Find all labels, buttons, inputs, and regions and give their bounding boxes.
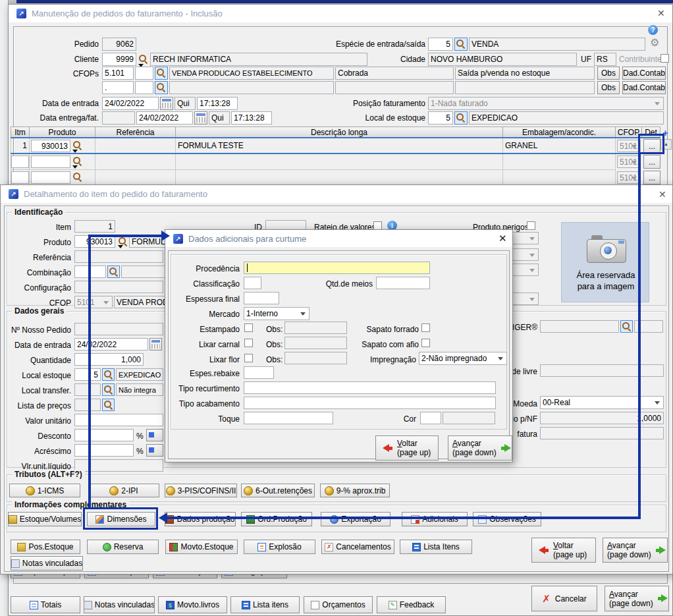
avancar-curtume-button[interactable]: Avançar(page down) <box>448 435 512 461</box>
tipo-recurtimento-label: Tipo recurtimento <box>174 384 240 393</box>
lixar-carnal-label: Lixar carnal <box>196 340 240 349</box>
qtd-meios-label: Qtd.de meios <box>316 279 373 289</box>
impregnacao-label: Impregnação <box>369 355 416 364</box>
estampado-label: Estampado <box>196 325 240 334</box>
cor-field[interactable] <box>420 412 441 424</box>
lixar-carnal-checkbox[interactable] <box>244 339 253 347</box>
lixar-flor-obs-field <box>284 352 347 364</box>
estampado-checkbox[interactable] <box>244 323 253 332</box>
obs3-label: Obs: <box>266 355 283 364</box>
sapato-afio-checkbox[interactable] <box>421 339 430 347</box>
procedencia-field[interactable] <box>244 262 430 274</box>
red-left-arrow-icon <box>380 444 392 453</box>
impregnacao-select[interactable]: 2-Não impregnado <box>419 352 507 365</box>
mercado-label: Mercado <box>196 310 240 319</box>
green-right-arrow-icon <box>501 444 512 453</box>
screen: Manutenção de pedidos do faturamento - I… <box>0 0 673 616</box>
voltar-curtume-button[interactable]: Voltar(page up) <box>375 435 439 461</box>
espes-rebaixe-field[interactable] <box>244 366 274 379</box>
qtd-meios-field[interactable] <box>376 277 430 289</box>
lixar-carnal-obs-field <box>284 337 347 349</box>
tipo-acabamento-label: Tipo acabamento <box>174 399 240 408</box>
obs1-label: Obs: <box>266 325 283 334</box>
curtume-dialog-title: Dados adicionais para curtume <box>188 234 306 244</box>
classificacao-label: Classificação <box>188 279 240 289</box>
text-cursor <box>247 264 248 272</box>
tipo-recurtimento-field[interactable] <box>244 381 496 394</box>
curtume-dialog-layer: Dados adicionais para curtume ✕ Procedên… <box>0 0 673 616</box>
sapato-forrado-label: Sapato forrado <box>363 325 419 334</box>
tipo-acabamento-field[interactable] <box>244 397 496 409</box>
curtume-titlebar[interactable]: Dados adicionais para curtume <box>165 230 512 247</box>
estampado-obs-field <box>284 322 347 334</box>
curtume-close-icon[interactable]: ✕ <box>498 233 507 244</box>
espessura-label: Espessura final <box>183 294 240 304</box>
espes-rebaixe-label: Espes.rebaixe <box>188 369 240 378</box>
classificacao-field[interactable] <box>244 277 261 289</box>
lixar-flor-checkbox[interactable] <box>244 354 253 362</box>
cor-desc-field <box>443 412 495 424</box>
mercado-select[interactable]: 1-Interno <box>244 307 310 320</box>
lixar-flor-label: Lixar flor <box>196 355 240 364</box>
espessura-field[interactable] <box>244 292 279 304</box>
sapato-forrado-checkbox[interactable] <box>421 323 430 332</box>
toque-label: Toque <box>204 414 240 424</box>
toque-field[interactable] <box>244 412 333 424</box>
app-icon <box>173 234 183 244</box>
cor-label: Cor <box>399 414 416 424</box>
obs2-label: Obs: <box>266 340 283 349</box>
procedencia-label: Procedência <box>188 264 240 273</box>
sapato-afio-label: Sapato com afio <box>361 340 419 349</box>
